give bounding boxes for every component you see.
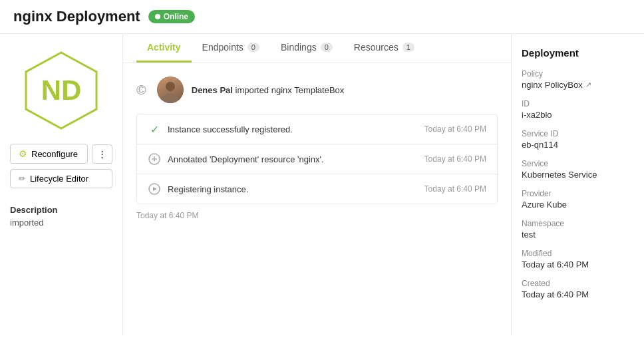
tab-endpoints-badge: 0 bbox=[247, 43, 259, 52]
activity-content: © Denes Pal imported nginx TemplateBox ✓… bbox=[123, 63, 511, 335]
activity-text-2: Annotated 'Deployment' resource 'nginx'. bbox=[168, 154, 418, 164]
activity-date-separator: Today at 6:40 PM bbox=[136, 204, 498, 222]
meta-value: test bbox=[522, 230, 634, 240]
meta-value: Kubernetes Service bbox=[522, 170, 634, 180]
right-panel: Deployment Policynginx PolicyBox↗IDi-xa2… bbox=[511, 34, 644, 335]
activity-item: Annotated 'Deployment' resource 'nginx'.… bbox=[137, 144, 497, 174]
tab-bindings-label: Bindings bbox=[281, 42, 317, 53]
tab-resources[interactable]: Resources 1 bbox=[343, 34, 425, 63]
avatar-face bbox=[157, 77, 184, 103]
meta-label: Service bbox=[522, 159, 634, 168]
external-link-icon: ↗ bbox=[585, 81, 591, 89]
status-badge: Online bbox=[148, 10, 195, 23]
tab-bindings-badge: 0 bbox=[321, 43, 333, 52]
check-icon: ✓ bbox=[148, 122, 161, 136]
activity-time-2: Today at 6:40 PM bbox=[424, 154, 486, 164]
meta-value: i-xa2blo bbox=[522, 110, 634, 120]
hex-icon: ND bbox=[18, 47, 104, 134]
description-section: Description imported bbox=[10, 205, 112, 228]
meta-label: Service ID bbox=[522, 129, 634, 138]
activity-header: © Denes Pal imported nginx TemplateBox bbox=[136, 77, 498, 103]
tab-activity[interactable]: Activity bbox=[136, 34, 192, 63]
meta-item: ProviderAzure Kube bbox=[522, 189, 634, 210]
tab-resources-badge: 1 bbox=[402, 43, 414, 52]
page-title: nginx Deployment bbox=[13, 8, 140, 25]
meta-item: ModifiedToday at 6:40 PM bbox=[522, 249, 634, 269]
tab-endpoints[interactable]: Endpoints 0 bbox=[192, 34, 270, 63]
tabs-bar: Activity Endpoints 0 Bindings 0 Resource… bbox=[123, 34, 511, 63]
lifecycle-editor-button[interactable]: ✏ Lifecycle Editor bbox=[10, 169, 112, 188]
tab-activity-label: Activity bbox=[147, 42, 181, 53]
activity-time-1: Today at 6:40 PM bbox=[424, 124, 486, 134]
meta-value: eb-qn114 bbox=[522, 140, 634, 150]
meta-item: CreatedToday at 6:40 PM bbox=[522, 279, 634, 299]
activity-item: ✓ Instance successfully registered. Toda… bbox=[137, 114, 497, 144]
copyright-icon: © bbox=[136, 83, 146, 98]
activity-text-3: Registering instance. bbox=[168, 184, 418, 194]
activity-text-1: Instance successfully registered. bbox=[168, 124, 418, 134]
meta-label: Namespace bbox=[522, 219, 634, 228]
meta-item: Service IDeb-qn114 bbox=[522, 129, 634, 150]
add-circle-icon bbox=[148, 152, 161, 166]
more-options-button[interactable]: ⋮ bbox=[92, 144, 112, 164]
status-dot bbox=[155, 14, 160, 19]
tab-resources-label: Resources bbox=[354, 42, 399, 53]
svg-marker-5 bbox=[153, 187, 157, 191]
meta-label: Policy bbox=[522, 69, 634, 79]
meta-label: Created bbox=[522, 279, 634, 288]
main-layout: ND ⚙ Reconfigure ⋮ ✏ Lifecycle Editor De… bbox=[0, 34, 644, 335]
activity-user-text: Denes Pal imported nginx TemplateBox bbox=[192, 85, 345, 95]
left-panel: ND ⚙ Reconfigure ⋮ ✏ Lifecycle Editor De… bbox=[0, 34, 123, 335]
reconfigure-button[interactable]: ⚙ Reconfigure bbox=[10, 144, 88, 164]
meta-label: Modified bbox=[522, 249, 634, 258]
meta-items-container: Policynginx PolicyBox↗IDi-xa2bloService … bbox=[522, 69, 634, 299]
reconfigure-label: Reconfigure bbox=[31, 149, 78, 159]
meta-item: Policynginx PolicyBox↗ bbox=[522, 69, 634, 90]
tab-endpoints-label: Endpoints bbox=[202, 42, 243, 53]
meta-item: ServiceKubernetes Service bbox=[522, 159, 634, 180]
right-panel-title: Deployment bbox=[522, 47, 634, 59]
tab-bindings[interactable]: Bindings 0 bbox=[270, 34, 343, 63]
pencil-icon: ✏ bbox=[19, 174, 26, 184]
activity-time-3: Today at 6:40 PM bbox=[424, 184, 486, 194]
meta-item: IDi-xa2blo bbox=[522, 99, 634, 120]
meta-label: Provider bbox=[522, 189, 634, 198]
ellipsis-icon: ⋮ bbox=[98, 149, 106, 159]
top-bar: nginx Deployment Online bbox=[0, 0, 644, 34]
center-panel: Activity Endpoints 0 Bindings 0 Resource… bbox=[123, 34, 511, 335]
meta-value: nginx PolicyBox↗ bbox=[522, 80, 634, 90]
play-circle-icon bbox=[148, 182, 161, 196]
gear-icon: ⚙ bbox=[19, 148, 27, 159]
meta-value: Azure Kube bbox=[522, 200, 634, 210]
status-label: Online bbox=[164, 12, 188, 21]
description-value: imported bbox=[10, 218, 112, 228]
activity-item: Registering instance. Today at 6:40 PM bbox=[137, 174, 497, 204]
action-buttons: ⚙ Reconfigure ⋮ ✏ Lifecycle Editor bbox=[10, 144, 112, 188]
activity-items: ✓ Instance successfully registered. Toda… bbox=[136, 114, 498, 204]
meta-item: Namespacetest bbox=[522, 219, 634, 240]
meta-label: ID bbox=[522, 99, 634, 108]
description-title: Description bbox=[10, 205, 112, 215]
reconfigure-row: ⚙ Reconfigure ⋮ bbox=[10, 144, 112, 164]
hex-initials: ND bbox=[41, 75, 82, 106]
meta-value: Today at 6:40 PM bbox=[522, 259, 634, 269]
user-avatar bbox=[157, 77, 184, 103]
lifecycle-label: Lifecycle Editor bbox=[30, 174, 88, 184]
meta-value: Today at 6:40 PM bbox=[522, 289, 634, 299]
